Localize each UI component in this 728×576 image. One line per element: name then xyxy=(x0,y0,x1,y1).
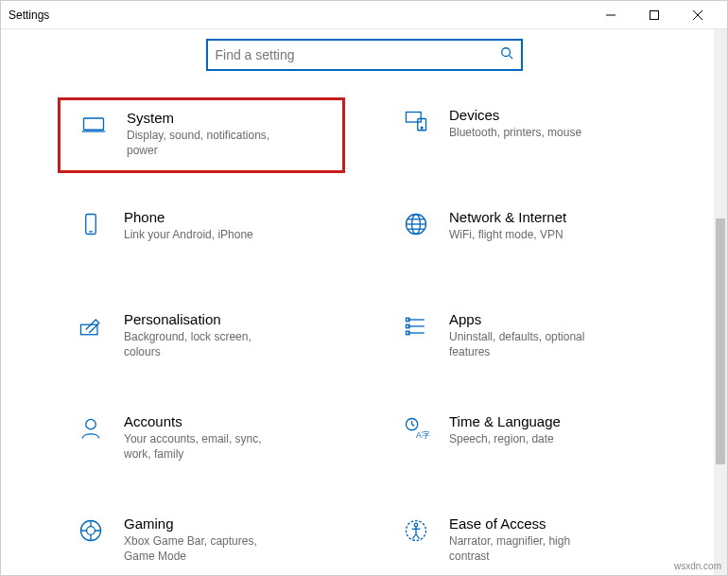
network-icon xyxy=(392,209,440,237)
settings-item-title: Gaming xyxy=(124,515,336,532)
settings-item-title: Devices xyxy=(449,107,661,123)
settings-item-title: System xyxy=(127,110,333,126)
time-language-icon: A字 xyxy=(392,413,440,442)
svg-point-4 xyxy=(501,48,510,57)
settings-item-title: Ease of Access xyxy=(449,515,661,532)
svg-line-28 xyxy=(412,425,415,427)
apps-icon xyxy=(392,311,440,340)
settings-item-system[interactable]: System Display, sound, notifications, po… xyxy=(58,97,345,173)
gaming-icon xyxy=(67,515,114,544)
settings-grid: System Display, sound, notifications, po… xyxy=(1,88,727,576)
settings-item-title: Network & Internet xyxy=(449,209,661,225)
minimize-button[interactable] xyxy=(589,1,633,29)
svg-point-33 xyxy=(414,523,418,527)
settings-item-desc: Speech, region, date xyxy=(449,432,610,447)
settings-item-desc: Background, lock screen, colours xyxy=(124,330,285,359)
svg-point-25 xyxy=(86,419,96,429)
settings-item-desc: Your accounts, email, sync, work, family xyxy=(124,432,285,462)
window-title: Settings xyxy=(9,9,49,22)
svg-point-31 xyxy=(87,527,95,535)
scrollbar-thumb[interactable] xyxy=(716,218,725,464)
settings-item-ease-of-access[interactable]: Ease of Access Narrator, magnifier, high… xyxy=(383,506,670,576)
settings-item-devices[interactable]: Devices Bluetooth, printers, mouse xyxy=(383,97,670,173)
settings-item-personalisation[interactable]: Personalisation Background, lock screen,… xyxy=(58,302,345,377)
settings-item-title: Accounts xyxy=(124,413,336,429)
maximize-button[interactable] xyxy=(633,1,676,29)
watermark: wsxdn.com xyxy=(674,561,721,571)
settings-item-desc: WiFi, flight mode, VPN xyxy=(449,228,610,243)
settings-item-desc: Narrator, magnifier, high contrast xyxy=(449,534,610,564)
settings-item-network[interactable]: Network & Internet WiFi, flight mode, VP… xyxy=(383,200,670,275)
settings-item-desc: Xbox Game Bar, captures, Game Mode xyxy=(124,534,285,564)
personalisation-icon xyxy=(67,311,114,340)
search-box[interactable] xyxy=(206,39,523,71)
settings-item-title: Phone xyxy=(124,209,336,225)
maximize-icon xyxy=(650,10,659,20)
svg-point-10 xyxy=(421,127,423,129)
settings-item-accounts[interactable]: Accounts Your accounts, email, sync, wor… xyxy=(58,404,345,480)
settings-item-gaming[interactable]: Gaming Xbox Game Bar, captures, Game Mod… xyxy=(58,506,345,576)
system-icon xyxy=(70,110,117,138)
minimize-icon xyxy=(606,10,615,20)
settings-item-title: Apps xyxy=(449,311,661,327)
svg-rect-8 xyxy=(407,113,422,123)
settings-item-desc: Uninstall, defaults, optional features xyxy=(449,330,610,359)
search-icon xyxy=(500,46,513,63)
settings-item-desc: Link your Android, iPhone xyxy=(124,228,285,243)
settings-item-apps[interactable]: Apps Uninstall, defaults, optional featu… xyxy=(383,302,670,377)
settings-item-phone[interactable]: Phone Link your Android, iPhone xyxy=(58,200,345,275)
scrollbar[interactable] xyxy=(714,29,727,575)
window-controls xyxy=(589,1,719,29)
settings-item-desc: Bluetooth, printers, mouse xyxy=(449,126,610,141)
search-input[interactable] xyxy=(216,47,500,62)
titlebar: Settings xyxy=(1,1,727,29)
accounts-icon xyxy=(67,413,114,442)
phone-icon xyxy=(67,209,114,237)
svg-text:A字: A字 xyxy=(416,430,429,440)
search-wrap xyxy=(1,29,727,88)
devices-icon xyxy=(392,107,440,135)
svg-line-37 xyxy=(416,534,420,539)
settings-item-title: Personalisation xyxy=(124,311,336,327)
settings-item-time-language[interactable]: A字 Time & Language Speech, region, date xyxy=(383,404,670,480)
svg-line-36 xyxy=(413,534,417,539)
svg-line-5 xyxy=(509,56,512,60)
close-button[interactable] xyxy=(676,1,719,29)
settings-item-title: Time & Language xyxy=(449,413,661,429)
close-icon xyxy=(693,10,702,20)
svg-rect-1 xyxy=(650,10,659,19)
ease-of-access-icon xyxy=(392,515,440,544)
settings-item-desc: Display, sound, notifications, power xyxy=(127,129,287,158)
svg-rect-6 xyxy=(84,118,104,130)
